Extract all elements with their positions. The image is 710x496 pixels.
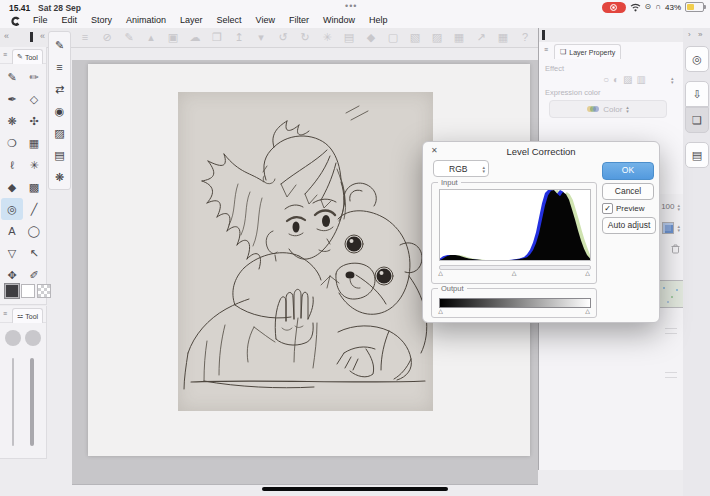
text-tool[interactable]: A bbox=[1, 220, 23, 242]
lasso-tool[interactable]: ℓ bbox=[1, 154, 23, 176]
select-clear-icon[interactable]: ▧ bbox=[404, 29, 426, 46]
snap-icon[interactable]: ▤ bbox=[338, 29, 360, 46]
blend-mode-control[interactable]: ▴▾ bbox=[662, 222, 680, 234]
cancel-button[interactable]: Cancel bbox=[602, 183, 654, 200]
level-slider-handle[interactable]: △ bbox=[585, 269, 590, 277]
level-slider-handle[interactable]: △ bbox=[438, 269, 443, 277]
figure-tool[interactable]: ▽ bbox=[1, 242, 23, 264]
panel-divider-handle-right[interactable] bbox=[542, 30, 545, 40]
tone-effect-icon[interactable]: ◐ bbox=[613, 74, 619, 85]
filter-icon[interactable]: ✳ bbox=[316, 29, 338, 46]
brush-preset-knob-2[interactable] bbox=[25, 330, 41, 346]
airbrush-tool[interactable]: ❋ bbox=[1, 110, 23, 132]
auto-select-tool[interactable]: ✳ bbox=[23, 154, 45, 176]
command-menu-icon[interactable]: ≡ bbox=[74, 29, 96, 46]
level-slider-handle[interactable]: △ bbox=[585, 307, 590, 315]
gallery-icon[interactable]: ▣ bbox=[162, 29, 184, 46]
gradient-tool[interactable]: ◆ bbox=[1, 176, 23, 198]
brush-size-slider-2[interactable] bbox=[30, 358, 34, 446]
tab-layer-property[interactable]: ❏ Layer Property bbox=[554, 44, 621, 59]
menu-animation[interactable]: Animation bbox=[126, 15, 166, 25]
grid-icon[interactable]: ▦ bbox=[492, 29, 514, 46]
screen-recording-indicator[interactable] bbox=[602, 2, 626, 13]
frame-border-tool[interactable]: ▦ bbox=[23, 132, 45, 154]
open-file-icon[interactable]: ❐ bbox=[206, 29, 228, 46]
export-icon[interactable]: ↥ bbox=[228, 29, 250, 46]
border-effect-icon[interactable]: ○ bbox=[603, 74, 609, 85]
frame-icon[interactable]: ▢ bbox=[382, 29, 404, 46]
channel-select[interactable]: RGB ▴▾ bbox=[433, 160, 489, 177]
fill-icon[interactable]: ◆ bbox=[360, 29, 382, 46]
layer-property-panel-button[interactable]: ❏ bbox=[685, 107, 709, 133]
balloon-tool[interactable]: ◯ bbox=[23, 220, 45, 242]
menu-window[interactable]: Window bbox=[323, 15, 355, 25]
material-pattern-icon[interactable]: ▦ bbox=[448, 29, 470, 46]
pen-tool[interactable]: ✎ bbox=[1, 66, 23, 88]
menu-edit[interactable]: Edit bbox=[62, 15, 78, 25]
menu-layer[interactable]: Layer bbox=[180, 15, 203, 25]
panel-arrow-icon[interactable]: › bbox=[688, 30, 691, 39]
hand-tool[interactable]: ✥ bbox=[1, 264, 23, 286]
operation-tool[interactable]: ◎ bbox=[1, 198, 23, 220]
select-invert-icon[interactable]: ▨ bbox=[426, 29, 448, 46]
ok-button[interactable]: OK bbox=[602, 162, 654, 180]
brush-tool[interactable]: ✒ bbox=[1, 88, 23, 110]
multitask-dots-icon[interactable]: ••• bbox=[345, 1, 357, 11]
expression-color-select[interactable]: Color ▴▾ bbox=[549, 100, 667, 118]
collapse-substrip-icon[interactable]: « bbox=[40, 31, 45, 41]
path-select-tool[interactable]: ↖ bbox=[23, 242, 45, 264]
main-color-swatch[interactable] bbox=[5, 284, 19, 298]
blend-tool[interactable]: ❍ bbox=[1, 132, 23, 154]
panel-divider-handle[interactable] bbox=[30, 32, 33, 42]
sub-tool-symmetry-icon[interactable]: ⇄ bbox=[50, 78, 70, 100]
level-slider-handle[interactable]: △ bbox=[438, 307, 443, 315]
collapse-left-panel-icon[interactable]: « bbox=[4, 31, 9, 41]
tab-tool[interactable]: ✎ Tool bbox=[12, 49, 43, 64]
sub-color-swatch[interactable] bbox=[21, 284, 35, 298]
home-indicator[interactable] bbox=[262, 487, 448, 491]
sub-tool-screen-icon[interactable]: ▤ bbox=[50, 144, 70, 166]
panel-collapse-right-icon[interactable]: » bbox=[698, 30, 702, 39]
brush-size-slider-1[interactable] bbox=[12, 358, 14, 446]
menu-select[interactable]: Select bbox=[217, 15, 242, 25]
tone-tool[interactable]: ▩ bbox=[23, 176, 45, 198]
sub-tool-tone-icon[interactable]: ▨ bbox=[50, 122, 70, 144]
eyedropper-tool[interactable]: ✐ bbox=[23, 264, 45, 286]
material-download-panel-button[interactable]: ⇩ bbox=[685, 81, 709, 107]
redo-icon[interactable]: ↻ bbox=[294, 29, 316, 46]
tab-tool-property[interactable]: ⚍ Tool bbox=[12, 308, 43, 323]
undo-icon[interactable]: ↺ bbox=[272, 29, 294, 46]
palette-resize-handle-2[interactable] bbox=[665, 372, 677, 378]
preview-checkbox[interactable]: ✓ bbox=[602, 203, 613, 214]
transform-icon[interactable]: ↗ bbox=[470, 29, 492, 46]
eraser-tool[interactable]: ◇ bbox=[23, 88, 45, 110]
export-stepper-icon[interactable]: ▾ bbox=[250, 29, 272, 46]
auto-adjust-button[interactable]: Auto adjust bbox=[602, 217, 656, 234]
menu-story[interactable]: Story bbox=[91, 15, 112, 25]
sub-tool-pen-icon[interactable]: ✎ bbox=[50, 34, 70, 56]
tool-panel-menu-icon[interactable]: ≡ bbox=[3, 51, 7, 58]
palette-resize-handle[interactable] bbox=[665, 328, 677, 334]
menu-filter[interactable]: Filter bbox=[289, 15, 309, 25]
transparent-color-swatch[interactable] bbox=[37, 284, 51, 298]
brush-preset-knob-1[interactable] bbox=[5, 330, 21, 346]
layer-thumbnail[interactable] bbox=[657, 280, 685, 308]
menu-help[interactable]: Help bbox=[369, 15, 388, 25]
layer-color-effect-icon[interactable]: ▥ bbox=[637, 74, 646, 85]
new-page-icon[interactable]: ⊘ bbox=[96, 29, 118, 46]
effect-stepper-icon[interactable]: ▴▾ bbox=[671, 76, 674, 84]
sub-tool-blend-icon[interactable]: ❋ bbox=[50, 166, 70, 188]
level-slider-handle[interactable]: △ bbox=[512, 269, 517, 277]
menu-view[interactable]: View bbox=[256, 15, 275, 25]
delete-layer-button[interactable] bbox=[671, 244, 680, 254]
pencil-tool[interactable]: ✏ bbox=[23, 66, 45, 88]
layer-property-menu-icon[interactable]: ≡ bbox=[544, 46, 548, 53]
line-tool[interactable]: ╱ bbox=[23, 198, 45, 220]
decoration-tool[interactable]: ✣ bbox=[23, 110, 45, 132]
sub-view-panel-button[interactable]: ◎ bbox=[685, 46, 709, 72]
menu-file[interactable]: File bbox=[33, 15, 48, 25]
preview-checkbox-row[interactable]: ✓ Preview bbox=[602, 203, 644, 214]
tool-property-menu-icon[interactable]: ≡ bbox=[3, 310, 7, 317]
layer-panel-button[interactable]: ▤ bbox=[685, 142, 709, 168]
layer-opacity-control[interactable]: 100 ▴▾ bbox=[661, 202, 680, 211]
